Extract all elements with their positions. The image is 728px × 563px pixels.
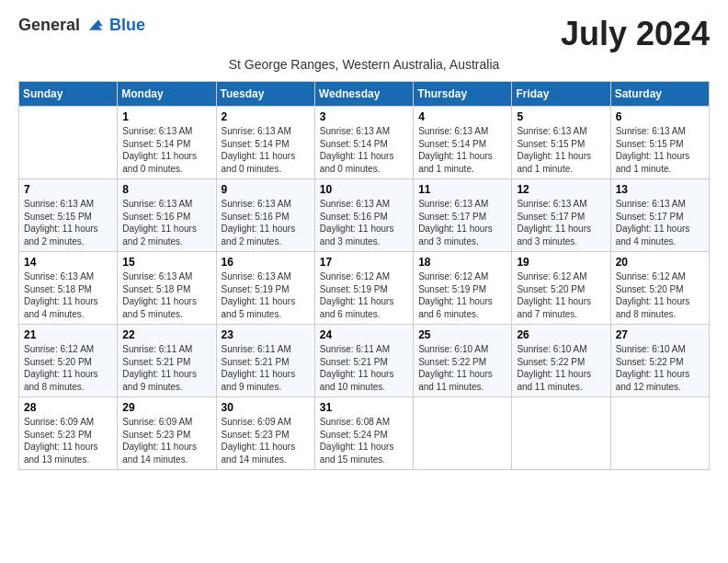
calendar-cell bbox=[610, 397, 709, 470]
col-sunday: Sunday bbox=[19, 82, 118, 107]
calendar-cell: 27Sunrise: 6:10 AM Sunset: 5:22 PM Dayli… bbox=[610, 325, 709, 397]
calendar-cell bbox=[19, 107, 118, 179]
day-number: 1 bbox=[122, 110, 210, 123]
day-info: Sunrise: 6:13 AM Sunset: 5:14 PM Dayligh… bbox=[122, 125, 210, 175]
day-number: 14 bbox=[24, 256, 112, 269]
col-tuesday: Tuesday bbox=[216, 82, 314, 107]
day-info: Sunrise: 6:13 AM Sunset: 5:18 PM Dayligh… bbox=[122, 270, 210, 320]
day-info: Sunrise: 6:13 AM Sunset: 5:14 PM Dayligh… bbox=[222, 125, 310, 175]
calendar-week-row: 28Sunrise: 6:09 AM Sunset: 5:23 PM Dayli… bbox=[19, 397, 710, 470]
svg-marker-0 bbox=[89, 19, 103, 30]
day-number: 21 bbox=[24, 328, 112, 341]
day-number: 10 bbox=[320, 183, 408, 196]
calendar-cell: 11Sunrise: 6:13 AM Sunset: 5:17 PM Dayli… bbox=[414, 179, 512, 252]
day-number: 5 bbox=[517, 110, 605, 123]
day-number: 11 bbox=[418, 183, 506, 196]
calendar-cell bbox=[512, 397, 610, 470]
day-info: Sunrise: 6:13 AM Sunset: 5:17 PM Dayligh… bbox=[517, 198, 605, 247]
day-info: Sunrise: 6:13 AM Sunset: 5:15 PM Dayligh… bbox=[517, 125, 605, 175]
calendar-cell: 18Sunrise: 6:12 AM Sunset: 5:19 PM Dayli… bbox=[414, 252, 512, 325]
day-number: 23 bbox=[222, 328, 310, 341]
calendar-cell: 28Sunrise: 6:09 AM Sunset: 5:23 PM Dayli… bbox=[19, 397, 118, 470]
day-info: Sunrise: 6:09 AM Sunset: 5:23 PM Dayligh… bbox=[24, 416, 112, 465]
day-info: Sunrise: 6:13 AM Sunset: 5:19 PM Dayligh… bbox=[222, 270, 310, 320]
day-info: Sunrise: 6:13 AM Sunset: 5:16 PM Dayligh… bbox=[122, 198, 210, 247]
day-number: 9 bbox=[222, 183, 310, 196]
calendar-week-row: 7Sunrise: 6:13 AM Sunset: 5:15 PM Daylig… bbox=[19, 179, 710, 252]
calendar-body: 1Sunrise: 6:13 AM Sunset: 5:14 PM Daylig… bbox=[19, 107, 710, 470]
day-info: Sunrise: 6:12 AM Sunset: 5:19 PM Dayligh… bbox=[320, 270, 408, 320]
day-info: Sunrise: 6:12 AM Sunset: 5:19 PM Dayligh… bbox=[418, 270, 506, 320]
calendar-cell: 4Sunrise: 6:13 AM Sunset: 5:14 PM Daylig… bbox=[414, 107, 512, 179]
calendar-cell: 30Sunrise: 6:09 AM Sunset: 5:23 PM Dayli… bbox=[216, 397, 314, 470]
day-info: Sunrise: 6:08 AM Sunset: 5:24 PM Dayligh… bbox=[320, 416, 408, 465]
col-saturday: Saturday bbox=[610, 82, 709, 107]
day-number: 24 bbox=[320, 328, 408, 341]
calendar-cell: 1Sunrise: 6:13 AM Sunset: 5:14 PM Daylig… bbox=[118, 107, 216, 179]
day-number: 17 bbox=[320, 256, 408, 269]
logo: General Blue bbox=[18, 15, 145, 35]
day-info: Sunrise: 6:13 AM Sunset: 5:15 PM Dayligh… bbox=[24, 198, 112, 247]
day-number: 13 bbox=[616, 183, 704, 196]
calendar-cell: 3Sunrise: 6:13 AM Sunset: 5:14 PM Daylig… bbox=[314, 107, 413, 179]
day-info: Sunrise: 6:11 AM Sunset: 5:21 PM Dayligh… bbox=[320, 343, 408, 393]
day-info: Sunrise: 6:13 AM Sunset: 5:14 PM Dayligh… bbox=[418, 125, 506, 175]
calendar-cell bbox=[414, 397, 512, 470]
day-info: Sunrise: 6:13 AM Sunset: 5:16 PM Dayligh… bbox=[320, 198, 408, 247]
calendar-cell: 12Sunrise: 6:13 AM Sunset: 5:17 PM Dayli… bbox=[512, 179, 610, 252]
calendar-cell: 31Sunrise: 6:08 AM Sunset: 5:24 PM Dayli… bbox=[314, 397, 413, 470]
day-number: 12 bbox=[517, 183, 605, 196]
day-info: Sunrise: 6:11 AM Sunset: 5:21 PM Dayligh… bbox=[222, 343, 310, 393]
calendar-cell: 9Sunrise: 6:13 AM Sunset: 5:16 PM Daylig… bbox=[216, 179, 314, 252]
calendar-cell: 8Sunrise: 6:13 AM Sunset: 5:16 PM Daylig… bbox=[118, 179, 216, 252]
calendar-cell: 16Sunrise: 6:13 AM Sunset: 5:19 PM Dayli… bbox=[216, 252, 314, 325]
day-number: 31 bbox=[320, 401, 408, 414]
day-info: Sunrise: 6:13 AM Sunset: 5:17 PM Dayligh… bbox=[616, 198, 704, 247]
day-info: Sunrise: 6:10 AM Sunset: 5:22 PM Dayligh… bbox=[418, 343, 506, 393]
calendar-cell: 13Sunrise: 6:13 AM Sunset: 5:17 PM Dayli… bbox=[610, 179, 709, 252]
calendar-cell: 10Sunrise: 6:13 AM Sunset: 5:16 PM Dayli… bbox=[314, 179, 413, 252]
day-info: Sunrise: 6:09 AM Sunset: 5:23 PM Dayligh… bbox=[222, 416, 310, 465]
logo-blue-text: Blue bbox=[109, 16, 145, 35]
calendar-cell: 22Sunrise: 6:11 AM Sunset: 5:21 PM Dayli… bbox=[118, 325, 216, 397]
calendar-cell: 17Sunrise: 6:12 AM Sunset: 5:19 PM Dayli… bbox=[314, 252, 413, 325]
calendar-cell: 24Sunrise: 6:11 AM Sunset: 5:21 PM Dayli… bbox=[314, 325, 413, 397]
day-number: 22 bbox=[122, 328, 210, 341]
day-number: 28 bbox=[24, 401, 112, 414]
day-number: 25 bbox=[418, 328, 506, 341]
calendar-week-row: 21Sunrise: 6:12 AM Sunset: 5:20 PM Dayli… bbox=[19, 325, 710, 397]
day-info: Sunrise: 6:11 AM Sunset: 5:21 PM Dayligh… bbox=[122, 343, 210, 393]
calendar-cell: 25Sunrise: 6:10 AM Sunset: 5:22 PM Dayli… bbox=[414, 325, 512, 397]
subtitle: St George Ranges, Western Australia, Aus… bbox=[18, 57, 710, 72]
day-number: 8 bbox=[122, 183, 210, 196]
day-info: Sunrise: 6:13 AM Sunset: 5:16 PM Dayligh… bbox=[222, 198, 310, 247]
calendar-week-row: 1Sunrise: 6:13 AM Sunset: 5:14 PM Daylig… bbox=[19, 107, 710, 179]
col-thursday: Thursday bbox=[414, 82, 512, 107]
day-info: Sunrise: 6:13 AM Sunset: 5:14 PM Dayligh… bbox=[320, 125, 408, 175]
day-info: Sunrise: 6:12 AM Sunset: 5:20 PM Dayligh… bbox=[616, 270, 704, 320]
calendar-cell: 23Sunrise: 6:11 AM Sunset: 5:21 PM Dayli… bbox=[216, 325, 314, 397]
day-number: 19 bbox=[517, 256, 605, 269]
day-info: Sunrise: 6:13 AM Sunset: 5:18 PM Dayligh… bbox=[24, 270, 112, 320]
day-number: 6 bbox=[616, 110, 704, 123]
day-number: 27 bbox=[616, 328, 704, 341]
calendar-week-row: 14Sunrise: 6:13 AM Sunset: 5:18 PM Dayli… bbox=[19, 252, 710, 325]
page-header: General Blue July 2024 bbox=[18, 15, 710, 53]
logo-general-text: General bbox=[18, 16, 80, 35]
day-info: Sunrise: 6:13 AM Sunset: 5:17 PM Dayligh… bbox=[418, 198, 506, 247]
day-info: Sunrise: 6:12 AM Sunset: 5:20 PM Dayligh… bbox=[517, 270, 605, 320]
calendar-cell: 15Sunrise: 6:13 AM Sunset: 5:18 PM Dayli… bbox=[118, 252, 216, 325]
day-info: Sunrise: 6:09 AM Sunset: 5:23 PM Dayligh… bbox=[122, 416, 210, 465]
day-number: 4 bbox=[418, 110, 506, 123]
day-number: 15 bbox=[122, 256, 210, 269]
day-number: 7 bbox=[24, 183, 112, 196]
month-title: July 2024 bbox=[561, 15, 710, 53]
day-info: Sunrise: 6:10 AM Sunset: 5:22 PM Dayligh… bbox=[616, 343, 704, 393]
day-number: 30 bbox=[222, 401, 310, 414]
col-friday: Friday bbox=[512, 82, 610, 107]
day-number: 16 bbox=[222, 256, 310, 269]
logo-icon bbox=[84, 15, 104, 35]
calendar-cell: 2Sunrise: 6:13 AM Sunset: 5:14 PM Daylig… bbox=[216, 107, 314, 179]
day-info: Sunrise: 6:10 AM Sunset: 5:22 PM Dayligh… bbox=[517, 343, 605, 393]
calendar-cell: 5Sunrise: 6:13 AM Sunset: 5:15 PM Daylig… bbox=[512, 107, 610, 179]
